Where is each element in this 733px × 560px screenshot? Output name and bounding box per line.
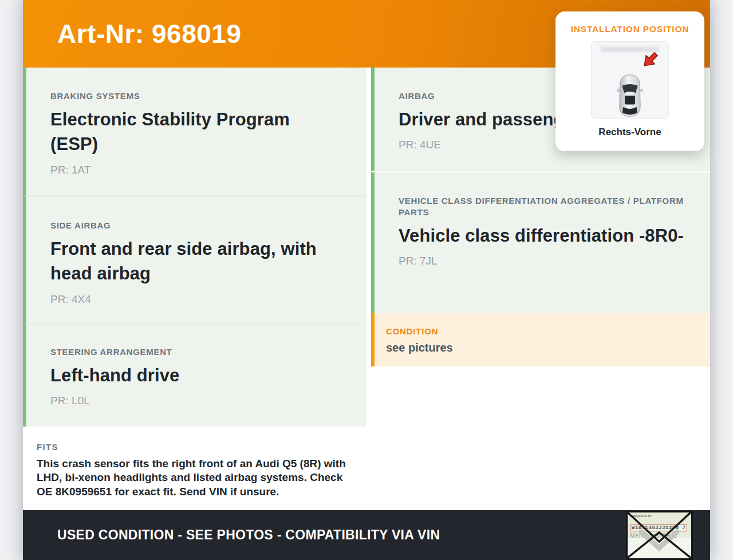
card-pr-code: PR: 4X4	[50, 293, 349, 306]
installation-position-card: INSTALLATION POSITION	[555, 11, 704, 151]
card-title: Front and rear side airbag, with head ai…	[50, 236, 326, 286]
fits-section: FITS This crash sensor fits the right fr…	[23, 427, 366, 507]
equipment-card-steering: STEERING ARRANGEMENT Left-hand drive PR:…	[23, 324, 366, 427]
listing-page: Art-Nr: 968019 BRAKING SYSTEMS Electroni…	[0, 0, 733, 560]
card-pr-code: PR: 1AT	[50, 164, 349, 176]
fits-label: FITS	[37, 442, 361, 452]
condition-label: CONDITION	[386, 326, 699, 336]
card-title: Vehicle class differentiation -8R0-	[399, 223, 693, 248]
installation-position-value: Rechts-Vorne	[555, 127, 704, 138]
card-pr-code: PR: 7JL	[399, 255, 693, 267]
installation-position-image	[591, 41, 669, 119]
footer-banner-text: USED CONDITION - SEE PHOTOS - COMPATIBIL…	[57, 527, 440, 543]
vin-document-thumbnail: Fahrgestell-Nr. W1B71463J31298 7 Mercede…	[626, 511, 693, 560]
card-category-label: BRAKING SYSTEMS	[50, 90, 325, 102]
equipment-card-side-airbag: SIDE AIRBAG Front and rear side airbag, …	[23, 197, 366, 324]
condition-section: CONDITION see pictures	[371, 313, 710, 366]
card-pr-code: PR: L0L	[50, 395, 349, 407]
fits-description: This crash sensor fits the right front o…	[37, 457, 357, 499]
installation-position-label: INSTALLATION POSITION	[555, 24, 704, 34]
equipment-card-vehicle-class: VEHICLE CLASS DIFFERENTIATION AGGREGATES…	[371, 172, 710, 313]
article-number-title: Art-Nr: 968019	[57, 18, 241, 49]
condition-value: see pictures	[386, 341, 699, 354]
card-category-label: SIDE AIRBAG	[50, 220, 325, 231]
card-title: Electronic Stability Program (ESP)	[50, 107, 326, 157]
envelope-icon	[628, 512, 691, 558]
card-category-label: STEERING ARRANGEMENT	[50, 346, 325, 358]
card-title: Left-hand drive	[50, 363, 326, 388]
footer-banner: USED CONDITION - SEE PHOTOS - COMPATIBIL…	[23, 510, 710, 560]
equipment-card-braking: BRAKING SYSTEMS Electronic Stability Pro…	[23, 68, 366, 197]
car-top-view-icon	[614, 74, 646, 117]
red-arrow-icon	[640, 50, 660, 70]
equipment-column-left: BRAKING SYSTEMS Electronic Stability Pro…	[23, 68, 366, 507]
card-category-label: VEHICLE CLASS DIFFERENTIATION AGGREGATES…	[399, 195, 693, 218]
